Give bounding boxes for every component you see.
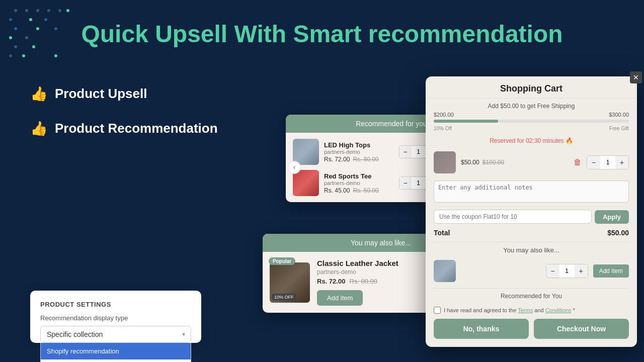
milestone-free-gift: Free Gift (609, 126, 629, 131)
rec-item-2-store: partners-demo (324, 180, 394, 186)
cart-footer-buttons: No, thanks Checkout Now (434, 319, 629, 339)
cart-apply-button[interactable]: Apply (595, 210, 629, 224)
dropdown-item-shopify[interactable]: Shopify recommendation (41, 343, 191, 359)
rec-item-2-info: Red Sports Tee partners-demo Rs. 45.00 R… (324, 172, 394, 194)
rec-item-2-price-old: Rs. 50.00 (353, 187, 378, 194)
cart-reserved-text: Reserved for 02:30 minutes 🔥 (426, 135, 637, 147)
settings-select[interactable]: Specific collection (40, 326, 191, 343)
rec-item-2-image (293, 170, 319, 196)
also-like-price-old: Rs. 80.00 (349, 278, 377, 285)
rec-item-1-qty-value: 1 (412, 148, 426, 155)
cart-qty-value: 1 (600, 159, 615, 166)
checkout-now-button[interactable]: Checkout Now (534, 319, 629, 339)
rec-item-1-name: LED High Tops (324, 141, 394, 149)
cart-qty-control: − 1 + (587, 155, 629, 169)
rec-item-1-store: partners-demo (324, 149, 394, 155)
cart-item-price-old: $100.00 (482, 159, 504, 166)
thumbs-up-icon-2: 👍 (30, 120, 48, 137)
feature-product-upsell: 👍 Product Upsell (30, 85, 218, 102)
milestone-10off: 10% Off (434, 126, 452, 131)
cart-title: Shopping Cart (426, 76, 637, 99)
settings-title: PRODUCT SETTINGS (40, 301, 191, 308)
rec-item-1-qty-minus[interactable]: − (399, 146, 412, 158)
cart-divider-2 (434, 288, 629, 289)
you-may-section-header: You may also like... (426, 244, 637, 256)
rec-item-1-price-row: Rs. 72.00 Rs. 80.00 (324, 156, 394, 163)
popular-badge: Popular (269, 257, 295, 265)
settings-select-wrap: Specific collection ▾ Shopify recommenda… (40, 326, 191, 343)
you-may-qty-value: 1 (559, 267, 575, 275)
feature-upsell-label: Product Upsell (55, 86, 147, 102)
cart-agree-row: I have read and agreed to the Terms and … (434, 307, 629, 314)
rec-item-2-price: Rs. 45.00 (324, 187, 350, 194)
also-like-add-button[interactable]: Add item (317, 290, 363, 306)
rec-item-1-price-old: Rs. 80.00 (353, 156, 378, 163)
you-may-qty-plus[interactable]: + (575, 264, 588, 278)
cart-item-price: $50.00 (461, 159, 479, 166)
also-like-price: Rs. 72.00 (317, 278, 345, 285)
cart-qty-minus[interactable]: − (587, 156, 600, 169)
cart-agree-text: I have read and agreed to the Terms and … (444, 307, 575, 313)
progress-bar-fill (434, 120, 498, 123)
page-title: Quick Upsell With Smart recommendation (0, 20, 644, 48)
you-may-item-image (434, 260, 456, 282)
feature-product-recommendation: 👍 Product Recommendation (30, 120, 218, 137)
cart-total-value: $50.00 (607, 229, 629, 237)
cart-coupon-input[interactable] (434, 210, 592, 224)
product-settings-panel: PRODUCT SETTINGS Recommendation display … (30, 291, 201, 343)
dropdown-item-specific[interactable]: Specific collection (41, 359, 191, 362)
rec-item-2-price-row: Rs. 45.00 Rs. 50.00 (324, 187, 394, 194)
thumbs-up-icon: 👍 (30, 85, 48, 102)
rec-item-1-info: LED High Tops partners-demo Rs. 72.00 Rs… (324, 141, 394, 163)
progress-label-300: $300.00 (609, 112, 629, 118)
features-list: 👍 Product Upsell 👍 Product Recommendatio… (30, 85, 218, 155)
dropdown-list: Shopify recommendation Specific collecti… (40, 343, 191, 362)
you-may-qty-control: − 1 + (546, 264, 588, 278)
cart-total-row: Total $50.00 (426, 226, 637, 240)
rec-item-2-name: Red Sports Tee (324, 172, 394, 180)
cart-divider-1 (434, 242, 629, 242)
cart-item-delete-button[interactable]: 🗑 (574, 158, 582, 167)
you-may-inner: − 1 + Add item (426, 256, 637, 286)
progress-bar-labels: $200.00 $300.00 (426, 112, 637, 118)
cart-coupon-row: Apply (426, 208, 637, 226)
cart-total-label: Total (434, 229, 450, 237)
cart-terms-link[interactable]: Terms (518, 307, 533, 313)
cart-notes (434, 180, 629, 205)
progress-label-200: $200.00 (434, 112, 454, 118)
rec-item-1-price: Rs. 72.00 (324, 156, 350, 163)
progress-bar (434, 120, 629, 123)
cart-agree-checkbox[interactable] (434, 307, 441, 314)
also-like-product-image: Popular 10% OFF (270, 262, 310, 303)
cart-notes-input[interactable] (434, 180, 629, 203)
feature-recommendation-label: Product Recommendation (55, 121, 218, 136)
page-header: Quick Upsell With Smart recommendation (0, 20, 644, 48)
rec-nav-left-button[interactable]: ‹ (288, 161, 301, 174)
no-thanks-button[interactable]: No, thanks (434, 319, 529, 339)
discount-badge: 10% OFF (272, 294, 296, 301)
recommended-for-you-section: Recommended for You (426, 291, 637, 302)
shopping-cart-panel: ✕ Shopping Cart Add $50.00 to get Free S… (426, 76, 637, 347)
cart-shipping-text: Add $50.00 to get Free Shipping (426, 99, 637, 112)
rec-item-2-qty-minus[interactable]: − (399, 177, 412, 189)
progress-milestone-labels: 10% Off Free Gift (426, 126, 637, 135)
settings-label: Recommendation display type (40, 314, 191, 322)
cart-qty-plus[interactable]: + (615, 156, 628, 169)
cart-item-price-row: $50.00 $100.00 (461, 159, 569, 166)
you-may-qty-minus[interactable]: − (546, 264, 559, 278)
cart-conditions-link[interactable]: Conditions (545, 307, 572, 313)
cart-footer: I have read and agreed to the Terms and … (426, 302, 637, 342)
cart-close-button[interactable]: ✕ (630, 71, 642, 83)
cart-item-row: $50.00 $100.00 🗑 − 1 + (426, 147, 637, 177)
cart-item-info: $50.00 $100.00 (461, 159, 569, 166)
rec-item-2-qty-value: 1 (412, 179, 426, 187)
cart-item-image (434, 151, 456, 173)
you-may-add-button[interactable]: Add item (593, 264, 629, 278)
